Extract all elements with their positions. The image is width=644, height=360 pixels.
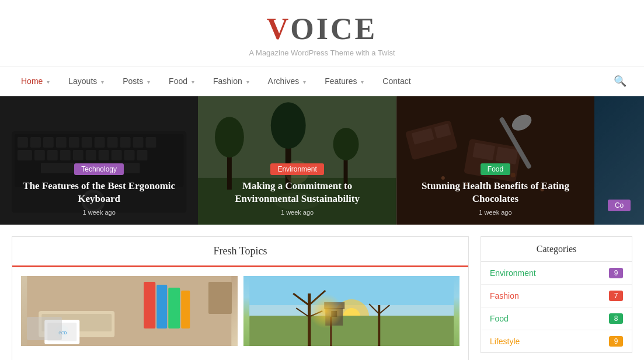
svg-rect-75 [331, 311, 337, 317]
svg-rect-52 [144, 282, 155, 328]
category-name-environment: Environment [490, 268, 536, 278]
category-item-fashion[interactable]: Fashion 7 [481, 285, 632, 307]
nav-item-home[interactable]: Home ▾ [12, 68, 59, 94]
slide-1-time: 1 week ago [12, 209, 186, 216]
svg-rect-66 [308, 293, 311, 346]
hero-slide-2[interactable]: Environment Making a Commitment to Envir… [198, 96, 396, 225]
svg-point-31 [271, 102, 306, 149]
hero-slider: Technology The Features of the Best Ergo… [0, 96, 644, 225]
nav-link-features[interactable]: Features ▾ [315, 68, 373, 94]
nav-item-contact[interactable]: Contact [373, 68, 420, 94]
nav-item-posts[interactable]: Posts ▾ [113, 68, 159, 94]
slide-1-content: Technology The Features of the Best Ergo… [0, 155, 198, 225]
slide-2-title: Making a Commitment to Environmental Sus… [210, 180, 384, 205]
svg-rect-9 [107, 137, 118, 148]
svg-line-70 [309, 311, 322, 317]
chevron-down-icon: ▾ [192, 79, 194, 85]
main-nav: Home ▾ Layouts ▾ Posts ▾ Food ▾ Fashion … [0, 66, 644, 96]
slide-2-content: Environment Making a Commitment to Envir… [198, 155, 396, 225]
chevron-down-icon: ▾ [101, 79, 104, 85]
category-name-food: Food [490, 314, 509, 323]
chevron-down-icon: ▾ [246, 79, 249, 85]
category-count-environment: 9 [609, 268, 623, 278]
nav-item-archives[interactable]: Archives ▾ [259, 68, 316, 94]
slide-4-badge: Co [608, 200, 631, 211]
chevron-down-icon: ▾ [303, 79, 306, 85]
slide-1-badge: Technology [74, 163, 124, 175]
svg-rect-76 [324, 302, 344, 309]
svg-rect-12 [146, 137, 156, 148]
slide-3-badge: Food [481, 163, 510, 175]
category-list: Environment 9 Fashion 7 Food 8 Lifestyle… [481, 262, 632, 352]
chevron-down-icon: ▾ [361, 79, 364, 85]
svg-rect-54 [168, 288, 180, 328]
svg-rect-11 [133, 137, 144, 148]
svg-text:eco: eco [58, 329, 67, 335]
hero-slide-1[interactable]: Technology The Features of the Best Ergo… [0, 96, 198, 225]
slide-3-time: 1 week ago [408, 209, 583, 216]
category-count-fashion: 7 [609, 291, 623, 301]
svg-rect-2 [18, 137, 28, 148]
svg-rect-7 [82, 137, 92, 148]
slide-4-content: Co [594, 191, 644, 225]
category-item-environment[interactable]: Environment 9 [481, 262, 632, 285]
site-header: VOICE A Magazine WordPress Theme with a … [0, 0, 644, 66]
category-item-lifestyle[interactable]: Lifestyle 9 [481, 330, 632, 352]
main-content: Fresh Topics [0, 225, 644, 360]
svg-rect-4 [43, 137, 54, 148]
nav-link-food[interactable]: Food ▾ [159, 68, 204, 94]
svg-rect-64 [249, 316, 454, 346]
topic-card-1[interactable]: eco [21, 276, 238, 346]
nav-link-contact[interactable]: Contact [373, 68, 420, 94]
fresh-topics-grid: eco [12, 267, 468, 355]
fresh-topics-title: Fresh Topics [20, 245, 460, 257]
hero-slide-4[interactable]: Co [594, 96, 644, 225]
categories-title: Categories [488, 244, 625, 254]
site-subtitle: A Magazine WordPress Theme with a Twist [0, 48, 644, 57]
nav-item-features[interactable]: Features ▾ [315, 68, 373, 94]
svg-rect-5 [56, 137, 67, 148]
svg-rect-6 [69, 137, 79, 148]
topic-card-1-image: eco [21, 276, 238, 346]
category-item-food[interactable]: Food 8 [481, 307, 632, 330]
slide-2-time: 1 week ago [210, 209, 384, 216]
chevron-down-icon: ▾ [147, 79, 150, 85]
category-count-lifestyle: 9 [609, 336, 623, 347]
nav-link-fashion[interactable]: Fashion ▾ [204, 68, 259, 94]
topic-card-2-image [243, 276, 460, 346]
svg-rect-10 [120, 137, 131, 148]
category-count-food: 8 [609, 313, 623, 324]
svg-rect-55 [181, 291, 190, 328]
site-title: VOICE [0, 12, 644, 46]
svg-point-29 [215, 117, 244, 158]
sidebar: Categories Environment 9 Fashion 7 Food … [481, 236, 632, 360]
nav-link-layouts[interactable]: Layouts ▾ [59, 68, 113, 94]
nav-item-layouts[interactable]: Layouts ▾ [59, 68, 113, 94]
nav-item-fashion[interactable]: Fashion ▾ [204, 68, 259, 94]
slide-2-badge: Environment [270, 163, 323, 175]
svg-rect-8 [95, 137, 105, 148]
category-name-fashion: Fashion [490, 291, 519, 300]
categories-widget-header: Categories [481, 237, 632, 262]
search-icon[interactable]: 🔍 [608, 67, 632, 96]
nav-link-archives[interactable]: Archives ▾ [259, 68, 316, 94]
fresh-topics-section: Fresh Topics [12, 236, 469, 360]
slide-1-title: The Features of the Best Ergonomic Keybo… [12, 180, 186, 205]
category-name-lifestyle: Lifestyle [490, 337, 520, 346]
nav-link-posts[interactable]: Posts ▾ [113, 68, 159, 94]
svg-rect-3 [30, 137, 41, 148]
fresh-topics-header: Fresh Topics [12, 237, 468, 267]
title-rest: OICE [290, 12, 377, 46]
svg-rect-53 [156, 285, 167, 328]
svg-rect-71 [378, 305, 380, 346]
svg-rect-74 [325, 308, 343, 326]
slide-3-content: Food Stunning Health Benefits of Eating … [396, 155, 594, 225]
hero-slide-3[interactable]: Food Stunning Health Benefits of Eating … [396, 96, 594, 225]
slide-3-title: Stunning Health Benefits of Eating Choco… [408, 180, 583, 205]
chevron-down-icon: ▾ [47, 79, 50, 85]
nav-list: Home ▾ Layouts ▾ Posts ▾ Food ▾ Fashion … [12, 68, 420, 94]
nav-item-food[interactable]: Food ▾ [159, 68, 204, 94]
topic-card-2[interactable] [243, 276, 460, 346]
title-v: V [267, 12, 291, 46]
nav-link-home[interactable]: Home ▾ [12, 68, 59, 94]
